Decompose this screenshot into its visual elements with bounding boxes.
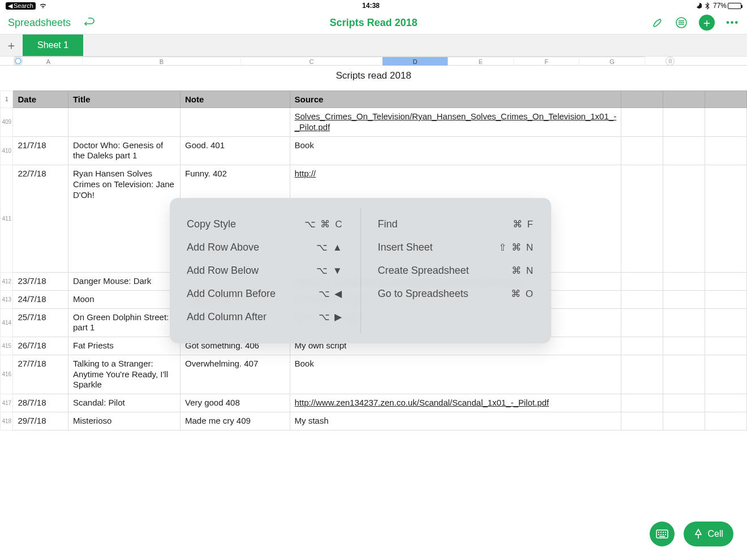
cell-empty[interactable]: [663, 273, 705, 291]
column-header-A[interactable]: A: [15, 57, 83, 66]
cell-empty[interactable]: [705, 273, 747, 291]
cell-date[interactable]: 24/7/18: [13, 290, 68, 308]
column-header-B[interactable]: B: [83, 57, 241, 66]
cell-empty[interactable]: [621, 273, 663, 291]
back-to-app-chip[interactable]: ◀ Search: [6, 2, 36, 10]
cell-title[interactable]: Doctor Who: Genesis of the Daleks part 1: [68, 136, 180, 165]
column-header-G[interactable]: G: [579, 57, 645, 66]
cell-title[interactable]: On Green Dolphin Street: part 1: [68, 308, 180, 337]
back-to-spreadsheets-button[interactable]: Spreadsheets: [8, 17, 71, 29]
row-number[interactable]: 418: [1, 412, 13, 430]
menu-item[interactable]: Add Row Above⌥ ▲: [187, 236, 344, 259]
table-row[interactable]: 41728/7/18Scandal: PilotVery good 408htt…: [1, 394, 747, 412]
menu-item[interactable]: Go to Spreadsheets⌘ O: [378, 282, 535, 305]
row-number[interactable]: 414: [1, 308, 13, 337]
column-resize-handle[interactable]: [666, 57, 675, 66]
cell-date[interactable]: 28/7/18: [13, 394, 68, 412]
cell-empty[interactable]: [705, 355, 747, 394]
cell-date[interactable]: 21/7/18: [13, 136, 68, 165]
cell-date[interactable]: 23/7/18: [13, 273, 68, 291]
insert-button[interactable]: ＋: [699, 15, 715, 31]
cell-empty[interactable]: [621, 355, 663, 394]
table-header[interactable]: Note: [181, 91, 290, 108]
format-brush-icon[interactable]: [651, 16, 664, 29]
cell-empty[interactable]: [621, 337, 663, 355]
menu-item[interactable]: Add Row Below⌥ ▼: [187, 259, 344, 282]
menu-item[interactable]: Add Column Before⌥ ◀: [187, 282, 344, 305]
cell-empty[interactable]: [663, 290, 705, 308]
column-header-F[interactable]: F: [514, 57, 579, 66]
cell-empty[interactable]: [705, 290, 747, 308]
cell-note[interactable]: Made me cry 409: [181, 412, 290, 430]
cell-empty[interactable]: [663, 308, 705, 337]
row-number[interactable]: 412: [1, 273, 13, 291]
column-header-D[interactable]: D: [383, 57, 448, 66]
sheet-tab-active[interactable]: Sheet 1: [23, 35, 83, 56]
table-row[interactable]: 409Solves_Crimes_On_Television/Ryan_Hans…: [1, 108, 747, 137]
cell-empty[interactable]: [621, 108, 663, 137]
table-header[interactable]: Title: [68, 91, 180, 108]
cell-empty[interactable]: [705, 337, 747, 355]
cell-title[interactable]: Scandal: Pilot: [68, 394, 180, 412]
row-number[interactable]: 411: [1, 165, 13, 273]
cell-note[interactable]: Overwhelming. 407: [181, 355, 290, 394]
cell-empty[interactable]: [663, 337, 705, 355]
cell-title[interactable]: Talking to a Stranger: Anytime You're Re…: [68, 355, 180, 394]
cell-note[interactable]: Very good 408: [181, 394, 290, 412]
cell-empty[interactable]: [621, 165, 663, 273]
cell-source[interactable]: My stash: [290, 412, 621, 430]
undo-button[interactable]: [83, 17, 97, 28]
cell-fab[interactable]: Cell: [684, 522, 733, 546]
cell-empty[interactable]: [705, 108, 747, 137]
cell-empty[interactable]: [705, 136, 747, 165]
cell-date[interactable]: [13, 108, 68, 137]
menu-item[interactable]: Find⌘ F: [378, 213, 535, 236]
row-number[interactable]: 413: [1, 290, 13, 308]
table-row[interactable]: 41021/7/18Doctor Who: Genesis of the Dal…: [1, 136, 747, 165]
table-header[interactable]: Source: [290, 91, 621, 108]
row-number[interactable]: 416: [1, 355, 13, 394]
keyboard-fab[interactable]: [650, 522, 675, 546]
cell-empty[interactable]: [663, 412, 705, 430]
cell-date[interactable]: 22/7/18: [13, 165, 68, 273]
table-header[interactable]: [705, 91, 747, 108]
column-resize-handle[interactable]: [14, 57, 23, 66]
cell-empty[interactable]: [621, 136, 663, 165]
table-header[interactable]: Date: [13, 91, 68, 108]
cell-empty[interactable]: [621, 290, 663, 308]
cell-empty[interactable]: [705, 412, 747, 430]
menu-item[interactable]: Insert Sheet⇧ ⌘ N: [378, 236, 535, 259]
cell-note[interactable]: [181, 108, 290, 137]
menu-item[interactable]: Add Column After⌥ ▶: [187, 305, 344, 329]
table-row[interactable]: 41829/7/18MisteriosoMade me cry 409My st…: [1, 412, 747, 430]
cell-date[interactable]: 27/7/18: [13, 355, 68, 394]
cell-source[interactable]: Book: [290, 136, 621, 165]
cell-source[interactable]: http://www.zen134237.zen.co.uk/Scandal/S…: [290, 394, 621, 412]
cell-date[interactable]: 26/7/18: [13, 337, 68, 355]
table-row[interactable]: 41627/7/18Talking to a Stranger: Anytime…: [1, 355, 747, 394]
cell-empty[interactable]: [705, 308, 747, 337]
row-number[interactable]: 410: [1, 136, 13, 165]
cell-date[interactable]: 25/7/18: [13, 308, 68, 337]
row-number-header[interactable]: 1: [1, 91, 13, 108]
cell-title[interactable]: Ryan Hansen Solves Crimes on Television:…: [68, 165, 180, 273]
cell-empty[interactable]: [663, 165, 705, 273]
cell-empty[interactable]: [705, 165, 747, 273]
cell-empty[interactable]: [663, 108, 705, 137]
cell-title[interactable]: Moon: [68, 290, 180, 308]
cell-empty[interactable]: [663, 355, 705, 394]
menu-item[interactable]: Create Spreadsheet⌘ N: [378, 259, 535, 282]
cell-empty[interactable]: [621, 308, 663, 337]
cell-title[interactable]: Misterioso: [68, 412, 180, 430]
row-number[interactable]: 417: [1, 394, 13, 412]
cell-title[interactable]: [68, 108, 180, 137]
table-header[interactable]: [663, 91, 705, 108]
cell-source[interactable]: Book: [290, 355, 621, 394]
cell-date[interactable]: 29/7/18: [13, 412, 68, 430]
column-header-E[interactable]: E: [448, 57, 514, 66]
column-header-C[interactable]: C: [241, 57, 383, 66]
table-header[interactable]: [621, 91, 663, 108]
cell-source[interactable]: Solves_Crimes_On_Television/Ryan_Hansen_…: [290, 108, 621, 137]
cell-empty[interactable]: [663, 136, 705, 165]
cell-empty[interactable]: [663, 394, 705, 412]
